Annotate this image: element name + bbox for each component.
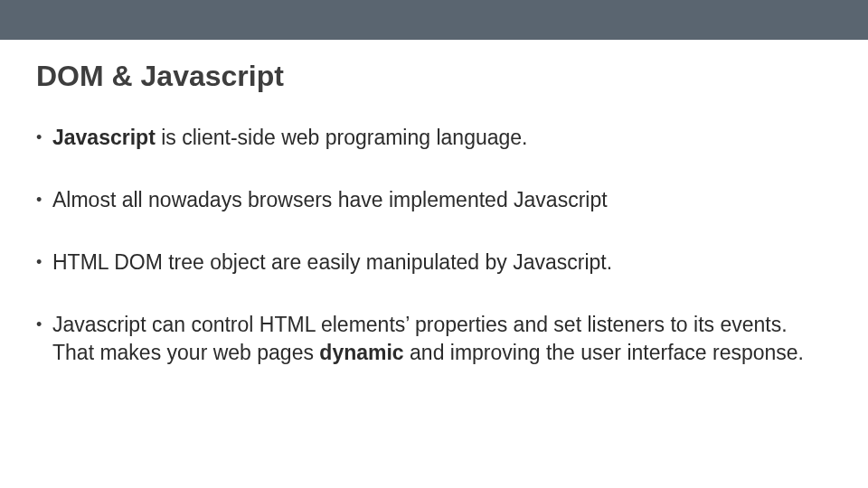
slide-content: DOM & Javascript Javascript is client-si… [0,40,868,367]
bullet-item: Almost all nowadays browsers have implem… [36,186,832,214]
bullet-item: Javascript can control HTML elements’ pr… [36,311,832,367]
bullet-text: Almost all nowadays browsers have implem… [52,188,608,211]
bullet-list: Javascript is client-side web programing… [36,124,832,367]
slide-title: DOM & Javascript [36,60,832,93]
bullet-bold-lead: Javascript [52,126,156,149]
bullet-item: Javascript is client-side web programing… [36,124,832,152]
bullet-item: HTML DOM tree object are easily manipula… [36,249,832,277]
bullet-bold-mid: dynamic [319,341,403,364]
bullet-text: HTML DOM tree object are easily manipula… [52,250,612,274]
top-bar [0,0,868,40]
bullet-text: and improving the user interface respons… [404,341,804,364]
bullet-text: is client-side web programing language. [156,126,528,149]
